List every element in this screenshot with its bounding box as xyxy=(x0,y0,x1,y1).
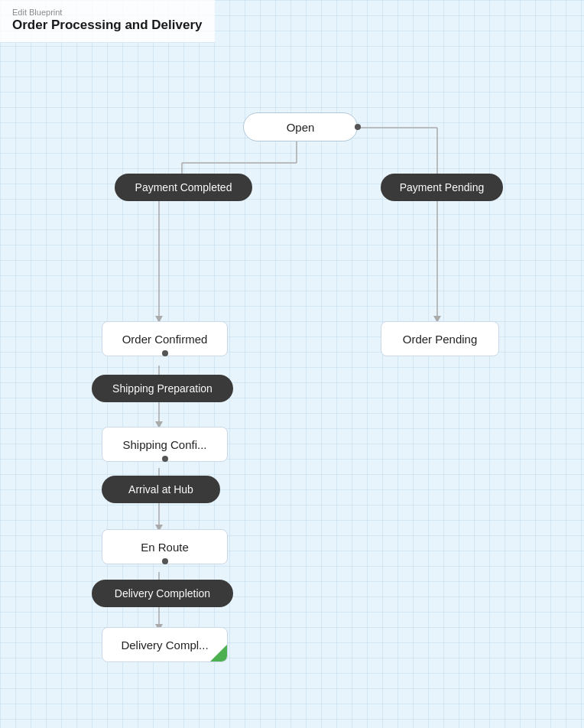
node-shipping-confirmed[interactable]: Shipping Confi... xyxy=(102,427,228,462)
node-payment-completed[interactable]: Payment Completed xyxy=(115,174,252,201)
node-order-confirmed-label: Order Confirmed xyxy=(122,333,208,346)
header-title: Order Processing and Delivery xyxy=(12,18,203,33)
node-shipping-preparation[interactable]: Shipping Preparation xyxy=(92,375,233,402)
canvas: Edit Blueprint Order Processing and Deli… xyxy=(0,0,584,728)
node-shipping-confirmed-label: Shipping Confi... xyxy=(122,438,206,451)
node-arrival-at-hub[interactable]: Arrival at Hub xyxy=(102,476,220,503)
node-arrival-at-hub-label: Arrival at Hub xyxy=(128,483,193,496)
node-payment-pending-label: Payment Pending xyxy=(400,181,485,193)
node-delivery-completion[interactable]: Delivery Completion xyxy=(92,580,233,607)
node-payment-pending[interactable]: Payment Pending xyxy=(381,174,503,201)
header-subtitle: Edit Blueprint xyxy=(12,8,203,17)
node-order-pending-label: Order Pending xyxy=(403,333,478,346)
node-delivery-completed[interactable]: Delivery Compl... xyxy=(102,627,228,662)
node-payment-completed-label: Payment Completed xyxy=(135,181,232,193)
node-order-pending[interactable]: Order Pending xyxy=(381,321,499,356)
node-delivery-completed-label: Delivery Compl... xyxy=(121,639,208,652)
green-corner-icon xyxy=(210,645,227,661)
node-open[interactable]: Open xyxy=(243,112,358,141)
header-panel: Edit Blueprint Order Processing and Deli… xyxy=(0,0,215,43)
node-en-route[interactable]: En Route xyxy=(102,529,228,564)
node-order-confirmed[interactable]: Order Confirmed xyxy=(102,321,228,356)
node-shipping-preparation-label: Shipping Preparation xyxy=(112,382,213,395)
node-delivery-completion-label: Delivery Completion xyxy=(115,587,210,600)
node-open-label: Open xyxy=(287,121,315,134)
node-en-route-label: En Route xyxy=(141,541,189,554)
connectors-svg xyxy=(0,0,584,728)
